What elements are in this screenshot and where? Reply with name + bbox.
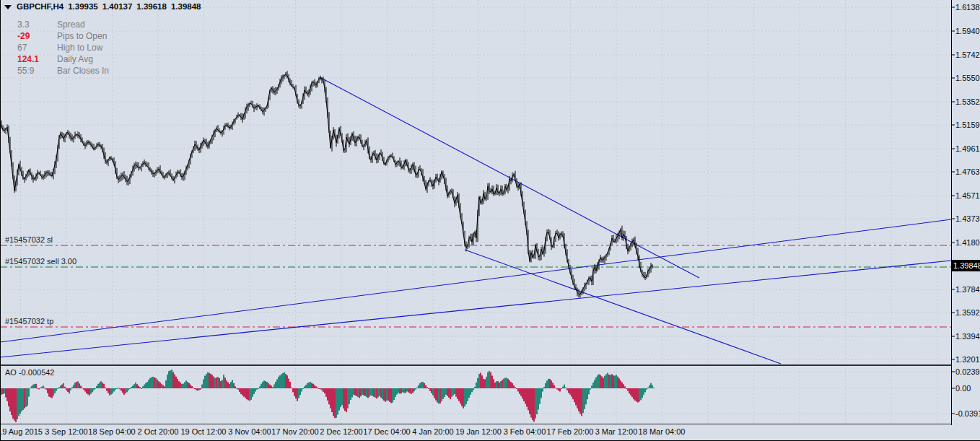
info-value: -29: [17, 31, 30, 41]
info-label: High to Low: [57, 43, 102, 53]
date-tick-label: 3 Feb 04:00: [504, 427, 546, 436]
info-label: Bar Closes In: [57, 66, 109, 76]
ao-tick-label: -0.03918: [955, 409, 980, 418]
price-tick-label: 1.47635: [955, 167, 980, 176]
date-tick-label: 17 Feb 20:00: [547, 427, 594, 436]
info-value: 3.3: [17, 19, 30, 30]
info-label: Pips to Open: [57, 31, 107, 41]
ohlc-low: 1.39618: [136, 2, 167, 11]
ao-tick-label: 0.023936: [955, 367, 980, 376]
date-tick-label: 17 Dec 04:00: [363, 427, 410, 436]
info-row-bar-closes-in: 55:9Bar Closes In: [0, 66, 188, 77]
ohlc-close: 1.39848: [171, 2, 201, 11]
current-price-box: 1.39848: [951, 260, 980, 271]
date-tick-label: 3 Mar 12:00: [595, 427, 638, 436]
info-row-spread: 3.3Spread: [0, 19, 188, 31]
ohlc-high: 1.40137: [102, 2, 133, 11]
order-line-label[interactable]: #15457032 tp: [5, 317, 53, 326]
date-tick-label: 19 Oct 12:00: [181, 427, 227, 436]
date-tick-label: 17 Nov 20:00: [271, 427, 318, 436]
order-line-label[interactable]: #15457032 sell 3.00: [5, 257, 76, 266]
price-tick-label: 1.49615: [955, 144, 980, 153]
info-row-pips-to-open: -29Pips to Open: [0, 31, 188, 43]
date-tick-label: 3 Nov 04:00: [228, 427, 271, 436]
price-tick-label: 1.59405: [955, 27, 980, 35]
info-value: 55:9: [17, 66, 34, 76]
price-tick-label: 1.41805: [955, 238, 980, 247]
price-tick-label: 1.32015: [955, 355, 980, 364]
mt4-chart-window: GBPCHF,H41.399351.401371.396181.39848 3.…: [0, 0, 980, 441]
ohlc-open: 1.39935: [68, 2, 98, 11]
ao-tick-label: 0.00: [955, 384, 971, 393]
info-value: 67: [17, 43, 27, 53]
info-label: Spread: [57, 19, 85, 30]
info-label: Daily Avg: [57, 54, 93, 64]
symbol-dropdown-icon[interactable]: [4, 5, 12, 9]
date-tick-label: 19 Jan 12:00: [455, 427, 502, 436]
price-tick-label: 1.57425: [955, 51, 980, 59]
date-tick-label: 3 Sep 12:00: [45, 427, 87, 436]
info-row-daily-avg: 124.1Daily Avg: [0, 54, 188, 66]
ao-indicator-label: AO -0.000542: [5, 368, 55, 377]
date-tick-label: 18 Mar 04:00: [639, 427, 686, 436]
info-value: 124.1: [17, 54, 39, 64]
chart-legend: GBPCHF,H41.399351.401371.396181.39848: [4, 2, 201, 11]
price-tick-label: 1.55500: [955, 74, 980, 82]
price-tick-label: 1.33940: [955, 332, 980, 341]
date-tick-label: 4 Jan 20:00: [412, 427, 454, 436]
price-tick-label: 1.45710: [955, 191, 980, 200]
price-tick-label: 1.35920: [955, 308, 980, 317]
price-tick-label: 1.43730: [955, 214, 980, 223]
info-row-high-to-low: 67High to Low: [0, 43, 188, 54]
price-tick-label: 1.37845: [955, 285, 980, 294]
date-tick-label: 19 Aug 2015: [0, 427, 43, 436]
symbol-period-label: GBPCHF,H4: [17, 2, 64, 11]
date-tick-label: 18 Sep 04:00: [88, 427, 135, 436]
date-tick-label: 2 Dec 12:00: [320, 427, 362, 436]
price-tick-label: 1.61385: [955, 3, 980, 12]
current-price-value: 1.39848: [953, 261, 980, 270]
price-tick-label: 1.51595: [955, 121, 980, 129]
price-tick-label: 1.53520: [955, 97, 980, 106]
date-tick-label: 2 Oct 20:00: [138, 427, 179, 436]
order-line-label[interactable]: #15457032 sl: [5, 235, 53, 244]
